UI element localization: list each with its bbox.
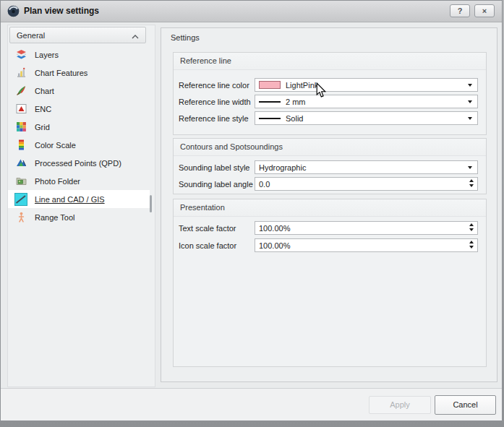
reference-line-color-dropdown[interactable]: LightPink bbox=[255, 78, 478, 92]
field-value: Solid bbox=[286, 114, 303, 123]
lightpink-color-swatch bbox=[259, 81, 281, 89]
group-presentation: Presentation Text scale factor 100.00% I… bbox=[173, 199, 487, 367]
sidebar-item-chart[interactable]: Chart bbox=[8, 82, 155, 100]
mouse-cursor bbox=[316, 82, 327, 98]
processed-points-icon bbox=[14, 157, 27, 170]
sidebar-item-label: Chart bbox=[35, 87, 54, 95]
sidebar-item-color-scale[interactable]: Color Scale bbox=[8, 136, 155, 154]
reference-line-style-dropdown[interactable]: Solid bbox=[255, 111, 478, 125]
spin-down-icon bbox=[469, 228, 474, 231]
photo-folder-icon bbox=[14, 175, 27, 188]
settings-row: Text scale factor 100.00% bbox=[179, 221, 478, 235]
chevron-down-icon bbox=[468, 117, 472, 120]
grid-icon bbox=[14, 121, 27, 134]
app-icon bbox=[7, 5, 20, 17]
settings-row: Reference line color LightPink bbox=[179, 78, 478, 92]
icon-scale-factor-spinbox[interactable]: 100.00% bbox=[255, 238, 478, 252]
settings-row: Sounding label style Hydrographic bbox=[179, 160, 478, 174]
group-contours-spotsoundings: Contours and Spotsoundings Sounding labe… bbox=[173, 138, 487, 194]
sidebar-item-range-tool[interactable]: Range Tool bbox=[8, 208, 155, 226]
chevron-up-icon bbox=[132, 29, 139, 42]
field-value: Hydrographic bbox=[259, 163, 306, 172]
spin-down-icon bbox=[469, 184, 474, 187]
field-value: 0.0 bbox=[259, 180, 270, 189]
plan-view-settings-dialog: Plan view settings ? × General bbox=[0, 0, 503, 421]
sounding-label-angle-spinbox[interactable]: 0.0 bbox=[255, 177, 478, 191]
group-title: Presentation bbox=[174, 199, 486, 217]
field-label: Reference line style bbox=[179, 114, 255, 123]
chart-features-icon bbox=[14, 66, 27, 79]
dialog-button-bar: Apply Cancel bbox=[1, 388, 502, 420]
sidebar-item-processed-points[interactable]: Processed Points (QPD) bbox=[8, 154, 155, 172]
line-width-preview bbox=[259, 101, 281, 103]
field-value: 100.00% bbox=[259, 224, 290, 233]
chevron-down-icon bbox=[468, 100, 472, 103]
field-label: Sounding label style bbox=[179, 163, 255, 172]
sidebar: General Layers bbox=[7, 25, 155, 387]
window-title: Plan view settings bbox=[24, 1, 99, 22]
screen-background: Plan view settings ? × General bbox=[0, 0, 504, 427]
sidebar-item-label: Photo Folder bbox=[35, 177, 80, 186]
group-title: Reference line bbox=[174, 53, 486, 70]
color-scale-icon bbox=[14, 139, 27, 152]
text-scale-factor-spinbox[interactable]: 100.00% bbox=[255, 221, 478, 235]
spin-down-icon bbox=[469, 246, 474, 249]
chevron-down-icon bbox=[468, 166, 472, 169]
sidebar-item-layers[interactable]: Layers bbox=[8, 46, 155, 64]
sidebar-item-chart-features[interactable]: Chart Features bbox=[8, 64, 155, 82]
spinner-arrows[interactable] bbox=[469, 241, 474, 249]
spin-up-icon bbox=[469, 241, 474, 243]
chevron-down-icon bbox=[468, 84, 472, 87]
field-label: Reference line color bbox=[179, 81, 255, 90]
field-value: 2 mm bbox=[286, 98, 306, 106]
sidebar-item-label: Color Scale bbox=[35, 141, 76, 150]
settings-panel: Settings Reference line Reference line c… bbox=[161, 27, 497, 382]
cancel-button[interactable]: Cancel bbox=[435, 395, 496, 415]
range-tool-icon bbox=[14, 211, 27, 224]
sidebar-item-list: Layers Chart Features bbox=[8, 46, 155, 226]
sidebar-scrollbar-thumb[interactable] bbox=[150, 195, 152, 212]
field-value: 100.00% bbox=[259, 241, 290, 250]
spin-up-icon bbox=[469, 179, 474, 182]
sidebar-item-label: Processed Points (QPD) bbox=[35, 159, 121, 168]
line-cad-gis-icon bbox=[14, 193, 27, 206]
chart-icon bbox=[14, 85, 27, 98]
sidebar-item-label: Range Tool bbox=[35, 213, 74, 222]
spinner-arrows[interactable] bbox=[469, 179, 474, 187]
sounding-label-style-dropdown[interactable]: Hydrographic bbox=[255, 160, 478, 174]
group-title: Contours and Spotsoundings bbox=[174, 139, 486, 156]
settings-row: Icon scale factor 100.00% bbox=[179, 238, 478, 252]
sidebar-item-label: ENC bbox=[35, 105, 51, 113]
title-bar[interactable]: Plan view settings ? × bbox=[1, 1, 502, 22]
settings-row: Sounding label angle 0.0 bbox=[179, 177, 478, 191]
enc-icon bbox=[14, 103, 27, 116]
settings-row: Reference line style Solid bbox=[179, 111, 478, 125]
sidebar-item-photo-folder[interactable]: Photo Folder bbox=[8, 172, 155, 190]
sidebar-item-enc[interactable]: ENC bbox=[8, 100, 155, 118]
sidebar-item-label: Line and CAD / GIS bbox=[35, 195, 105, 204]
field-value: LightPink bbox=[286, 81, 318, 90]
field-label: Text scale factor bbox=[179, 224, 255, 233]
sidebar-group-label: General bbox=[17, 31, 132, 40]
help-button[interactable]: ? bbox=[450, 4, 470, 17]
sidebar-item-grid[interactable]: Grid bbox=[8, 118, 155, 136]
field-label: Reference line width bbox=[179, 98, 255, 106]
field-label: Icon scale factor bbox=[179, 241, 255, 250]
sidebar-group-general[interactable]: General bbox=[9, 27, 146, 43]
spinner-arrows[interactable] bbox=[469, 223, 474, 231]
sidebar-item-label: Chart Features bbox=[35, 69, 87, 77]
apply-button[interactable]: Apply bbox=[369, 396, 431, 414]
sidebar-item-label: Grid bbox=[35, 123, 50, 131]
sidebar-item-label: Layers bbox=[35, 51, 59, 59]
group-reference-line: Reference line Reference line color Ligh… bbox=[173, 52, 487, 135]
line-style-preview bbox=[259, 118, 281, 119]
field-label: Sounding label angle bbox=[179, 180, 255, 189]
reference-line-width-dropdown[interactable]: 2 mm bbox=[255, 95, 478, 108]
layers-icon bbox=[14, 48, 27, 61]
spin-up-icon bbox=[469, 223, 474, 226]
settings-panel-title: Settings bbox=[171, 33, 200, 42]
close-button[interactable]: × bbox=[474, 4, 495, 17]
settings-row: Reference line width 2 mm bbox=[179, 95, 478, 108]
sidebar-item-line-and-cad-gis[interactable]: Line and CAD / GIS bbox=[8, 190, 150, 208]
